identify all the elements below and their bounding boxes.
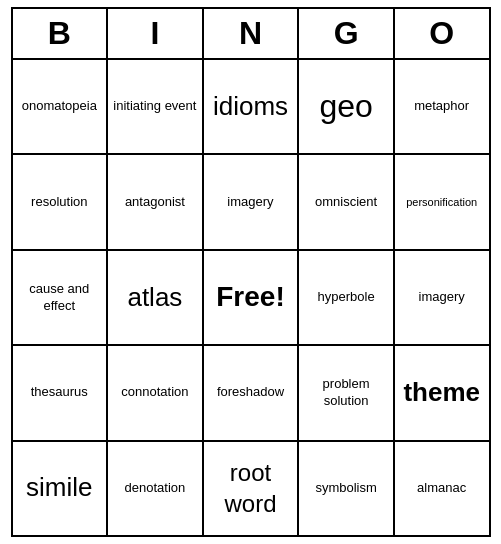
cell-r1-c1: onomatopeia <box>13 60 109 153</box>
header-n: N <box>204 9 300 58</box>
bingo-row: cause and effect atlas Free! hyperbole i… <box>13 251 489 346</box>
cell-r4-c3: foreshadow <box>204 346 300 439</box>
header-b: B <box>13 9 109 58</box>
cell-r3-c5: imagery <box>395 251 489 344</box>
cell-r1-c3: idioms <box>204 60 300 153</box>
cell-r5-c3: root word <box>204 442 300 535</box>
cell-r5-c1: simile <box>13 442 109 535</box>
cell-r5-c4: symbolism <box>299 442 395 535</box>
bingo-header: B I N G O <box>11 7 491 58</box>
cell-r3-c3-free: Free! <box>204 251 300 344</box>
cell-r1-c4: geo <box>299 60 395 153</box>
header-i: I <box>108 9 204 58</box>
bingo-row: onomatopeia initiating event idioms geo … <box>13 60 489 155</box>
cell-r5-c5: almanac <box>395 442 489 535</box>
bingo-row: simile denotation root word symbolism al… <box>13 442 489 535</box>
cell-r4-c4: problem solution <box>299 346 395 439</box>
cell-r2-c5: personification <box>395 155 489 248</box>
cell-r2-c3: imagery <box>204 155 300 248</box>
cell-r3-c2: atlas <box>108 251 204 344</box>
cell-r4-c5: theme <box>395 346 489 439</box>
cell-r4-c1: thesaurus <box>13 346 109 439</box>
cell-r2-c2: antagonist <box>108 155 204 248</box>
bingo-row: thesaurus connotation foreshadow problem… <box>13 346 489 441</box>
cell-r3-c1: cause and effect <box>13 251 109 344</box>
cell-r4-c2: connotation <box>108 346 204 439</box>
cell-r1-c5: metaphor <box>395 60 489 153</box>
cell-r3-c4: hyperbole <box>299 251 395 344</box>
header-o: O <box>395 9 489 58</box>
cell-r5-c2: denotation <box>108 442 204 535</box>
bingo-card: B I N G O onomatopeia initiating event i… <box>11 7 491 537</box>
bingo-row: resolution antagonist imagery omniscient… <box>13 155 489 250</box>
header-g: G <box>299 9 395 58</box>
cell-r2-c1: resolution <box>13 155 109 248</box>
cell-r1-c2: initiating event <box>108 60 204 153</box>
cell-r2-c4: omniscient <box>299 155 395 248</box>
bingo-grid: onomatopeia initiating event idioms geo … <box>11 58 491 537</box>
